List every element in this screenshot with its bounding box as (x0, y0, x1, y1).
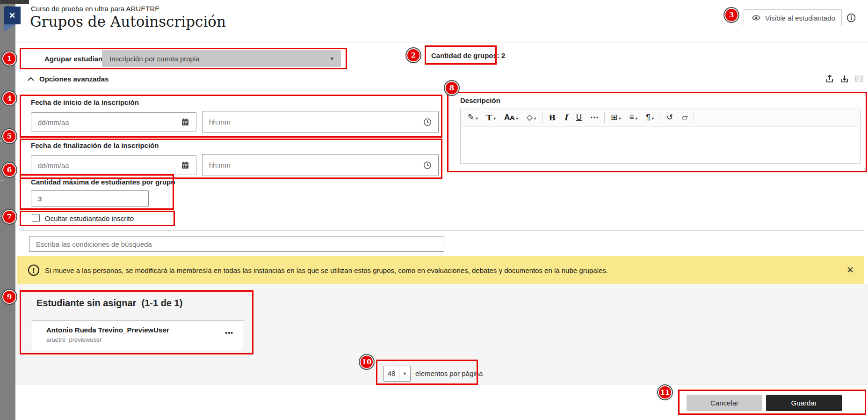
close-panel-button[interactable]: ✕ (4, 7, 21, 24)
mail-icon[interactable] (854, 74, 864, 83)
align-icon[interactable]: ≡▾ (625, 111, 642, 124)
student-username: aruetre_previewuser (46, 336, 102, 343)
strip-mark (0, 140, 4, 141)
page-title: Grupos de Autoinscripción (30, 13, 226, 30)
advanced-options-toggle[interactable]: Opciones avanzadas (27, 75, 108, 83)
search-divider (19, 230, 864, 231)
breadcrumb: Curso de prueba en ultra para ARUETRE (31, 5, 159, 13)
group-students-dropdown[interactable]: Inscripción por cuenta propia ▾ (102, 50, 341, 67)
student-name: Antonio Rueda Trevino_PreviewUser (46, 326, 169, 334)
toolbar-separator (604, 112, 605, 123)
end-date-label: Fecha de finalización de la inscripción (31, 141, 159, 149)
select-caret-icon: ▼ (399, 371, 410, 376)
background-page-strip (0, 0, 15, 420)
advanced-options-label: Opciones avanzadas (39, 75, 108, 83)
end-time-input[interactable] (202, 154, 439, 176)
items-per-page-value: 48 (384, 366, 399, 381)
banner-close-icon[interactable]: ✕ (846, 265, 854, 275)
upload-icon[interactable] (825, 74, 834, 83)
close-icon: ✕ (9, 11, 15, 21)
font-family-icon[interactable]: T▾ (482, 111, 500, 124)
cancel-button[interactable]: Cancelar (687, 395, 762, 411)
visibility-button[interactable]: Visible al estudiantado (744, 9, 842, 26)
start-date-input[interactable] (31, 112, 196, 132)
items-per-page-select[interactable]: 48 ▼ (383, 366, 411, 382)
text-style-icon[interactable]: ✎▾ (463, 111, 482, 124)
chevron-up-icon (27, 77, 35, 81)
group-students-dropdown-value: Inscripción por cuenta propia (109, 55, 200, 63)
warning-banner: ! Si mueve a las personas, se modificará… (17, 256, 864, 284)
annotation-circle-8: 8 (445, 81, 459, 95)
description-editor-body[interactable] (460, 126, 861, 164)
insert-table-icon[interactable]: ⊞▾ (607, 111, 625, 124)
eye-icon (752, 13, 761, 22)
undo-icon[interactable]: ↺ (662, 111, 677, 124)
student-card[interactable]: Antonio Rueda Trevino_PreviewUser aruetr… (31, 320, 244, 350)
clear-formatting-icon[interactable]: ▱ (677, 111, 692, 124)
hide-enrolled-checkbox[interactable] (32, 214, 40, 222)
toolbar-separator (542, 112, 542, 123)
more-options-icon[interactable]: ••• (225, 329, 233, 337)
warning-text: Si mueve a las personas, se modificará l… (45, 266, 608, 274)
calendar-icon[interactable] (181, 118, 190, 127)
max-students-input[interactable] (31, 190, 149, 207)
section-divider (19, 90, 864, 90)
warning-icon: ! (28, 265, 39, 276)
italic-icon[interactable]: I (560, 111, 572, 124)
clock-icon[interactable] (423, 161, 432, 170)
clock-icon[interactable] (423, 118, 432, 127)
font-size-icon[interactable]: Aᴀ▾ (500, 111, 522, 124)
hide-enrolled-label: Ocultar estudiantado inscrito (45, 214, 134, 222)
calendar-icon[interactable] (181, 161, 190, 170)
bold-icon[interactable]: B (544, 111, 559, 124)
info-icon[interactable] (846, 13, 856, 22)
max-students-label: Cantidad máxima de estudiantes por grupo (31, 178, 175, 186)
top-dark-band (0, 0, 29, 4)
start-time-input[interactable] (202, 111, 439, 133)
text-color-icon[interactable]: ◇▾ (522, 111, 541, 124)
toolbar-separator (694, 112, 694, 123)
more-formats-icon[interactable]: ⋯ (586, 111, 602, 124)
self-enrollment-groups-panel: Pl ✕ Curso de prueba en ultra para ARUET… (0, 0, 868, 420)
toolbar-separator (660, 112, 660, 123)
underline-icon[interactable]: U (572, 111, 586, 124)
strip-mark (0, 180, 4, 181)
items-per-page-label: elementos por página (415, 369, 483, 377)
annotation-circle-2: 2 (406, 48, 420, 62)
strip-mark (0, 215, 4, 217)
unassigned-count: (1-1 de 1) (142, 298, 183, 308)
save-button[interactable]: Guardar (766, 395, 842, 411)
chevron-down-icon: ▾ (331, 55, 333, 62)
annotation-circle-3: 3 (724, 8, 738, 22)
visibility-button-label: Visible al estudiantado (765, 14, 835, 22)
unassigned-heading: Estudiante sin asignar (1-1 de 1) (36, 298, 182, 309)
end-date-input[interactable] (31, 155, 196, 175)
unassigned-heading-text: Estudiante sin asignar (36, 298, 136, 308)
download-icon[interactable] (840, 74, 849, 83)
group-count-text: Cantidad de grupos: 2 (431, 52, 505, 59)
close-button-ribbon (4, 24, 16, 32)
start-date-label: Fecha de inicio de la inscripción (31, 98, 139, 106)
description-label: Descripción (460, 96, 500, 104)
editor-toolbar: ✎▾ T▾ Aᴀ▾ ◇▾ B I U ⋯ ⊞▾ ≡▾ ¶▾ ↺ ▱ (460, 109, 861, 126)
search-input[interactable] (29, 236, 444, 252)
header-divider (15, 43, 868, 43)
paragraph-icon[interactable]: ¶▾ (642, 111, 658, 124)
